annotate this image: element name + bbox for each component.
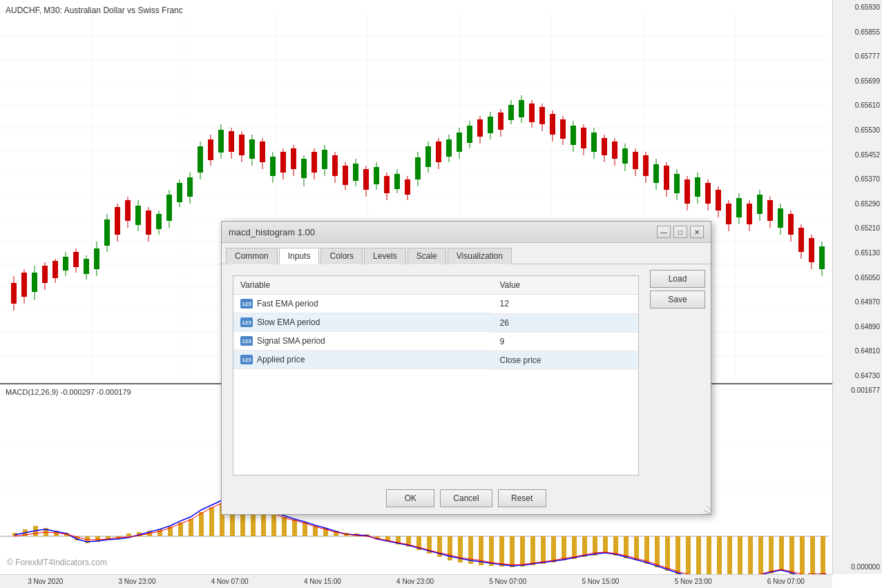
save-button[interactable]: Save (650, 291, 705, 308)
value-cell-2[interactable]: 26 (492, 313, 638, 332)
variable-cell-3: 123 Signal SMA period (233, 332, 492, 351)
dialog-content: Variable Value 123 Fast EMA period 12 (222, 264, 711, 481)
dialog-bottom-buttons: OK Cancel Reset (222, 481, 711, 514)
resize-handle[interactable] (700, 503, 711, 514)
variable-name-2: Slow EMA period (257, 317, 320, 327)
indicator-properties-dialog: macd_histogram 1.00 — □ ✕ Common Inputs … (221, 221, 711, 515)
tab-visualization[interactable]: Visualization (448, 248, 512, 264)
table-row[interactable]: 123 Signal SMA period 9 (233, 332, 638, 351)
dialog-titlebar: macd_histogram 1.00 — □ ✕ (222, 222, 711, 243)
tab-common[interactable]: Common (226, 248, 278, 264)
params-tbody: 123 Fast EMA period 12 123 Slow EMA peri… (233, 295, 638, 370)
variable-name-1: Fast EMA period (257, 299, 318, 308)
value-cell-4[interactable]: Close price (492, 351, 638, 369)
params-header: Variable Value (233, 276, 638, 295)
tab-bar: Common Inputs Colors Levels Scale Visual… (222, 243, 711, 264)
resize-icon (700, 503, 711, 514)
tab-colors[interactable]: Colors (320, 248, 363, 264)
var-icon-2: 123 (240, 317, 253, 327)
dialog-title: macd_histogram 1.00 (229, 227, 315, 237)
tab-inputs[interactable]: Inputs (279, 248, 320, 264)
side-buttons: Load Save (650, 270, 705, 478)
col-variable: Variable (233, 276, 492, 295)
variable-name-4: Applied price (257, 355, 305, 364)
close-button[interactable]: ✕ (690, 226, 704, 238)
var-icon-1: 123 (240, 299, 253, 308)
ok-button[interactable]: OK (386, 489, 434, 507)
variable-cell-2: 123 Slow EMA period (233, 313, 492, 332)
svg-line-265 (704, 510, 711, 514)
maximize-button[interactable]: □ (673, 226, 687, 238)
minimize-button[interactable]: — (657, 226, 671, 238)
col-value: Value (492, 276, 638, 295)
tab-scale[interactable]: Scale (408, 248, 446, 264)
variable-cell-1: 123 Fast EMA period (233, 295, 492, 313)
variable-cell-4: 123 Applied price (233, 351, 492, 369)
cancel-button[interactable]: Cancel (440, 489, 492, 507)
svg-line-264 (707, 506, 711, 510)
table-row[interactable]: 123 Applied price Close price (233, 351, 638, 369)
params-table: Variable Value 123 Fast EMA period 12 (233, 276, 638, 370)
modal-overlay: macd_histogram 1.00 — □ ✕ Common Inputs … (0, 0, 882, 588)
load-button[interactable]: Load (650, 270, 705, 288)
var-icon-3: 123 (240, 336, 253, 346)
tab-levels[interactable]: Levels (364, 248, 406, 264)
params-table-container: Variable Value 123 Fast EMA period 12 (233, 275, 639, 476)
variable-name-3: Signal SMA period (257, 336, 325, 346)
table-row[interactable]: 123 Slow EMA period 26 (233, 313, 638, 332)
titlebar-buttons: — □ ✕ (657, 226, 704, 238)
reset-button[interactable]: Reset (498, 489, 546, 507)
var-icon-4: 123 (240, 355, 253, 364)
table-row[interactable]: 123 Fast EMA period 12 (233, 295, 638, 314)
value-cell-1[interactable]: 12 (492, 295, 638, 314)
value-cell-3[interactable]: 9 (492, 332, 638, 351)
